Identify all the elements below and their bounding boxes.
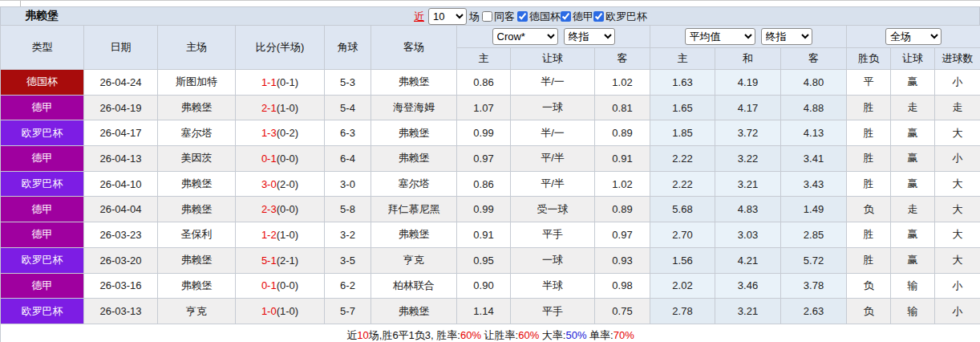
summary-segment: 场,胜6平1负3, 胜率: — [369, 329, 460, 341]
avg-draw-cell: 4.83 — [715, 197, 781, 222]
avg-draw-cell: 3.21 — [715, 171, 781, 197]
match-row: 德甲26-04-04弗赖堡2-3(0-0)5-8拜仁慕尼黑0.99受一球0.89… — [1, 197, 980, 222]
avg-home-cell: 1.63 — [650, 70, 715, 96]
odds-away-cell: 0.75 — [595, 299, 650, 324]
avg-home-cell: 2.22 — [650, 171, 715, 197]
result-cell: 平 — [847, 70, 891, 96]
away-team-cell: 亨克 — [371, 247, 457, 273]
date-cell: 26-04-17 — [84, 120, 158, 146]
away-team-cell: 柏林联合 — [371, 273, 457, 299]
avg-away-cell: 3.78 — [781, 273, 847, 299]
summary-row: 近10场,胜6平1负3, 胜率:60% 让胜率:60% 大率:50% 单率:70… — [1, 324, 980, 342]
league-checkbox[interactable] — [561, 11, 571, 22]
league-filter-label: 德甲 — [573, 10, 593, 24]
goals-result-cell: 大 — [935, 247, 980, 273]
odds-away-cell: 0.89 — [595, 197, 650, 222]
league-filters: 德国杯德甲欧罗巴杯 — [517, 10, 647, 24]
halftime-score: (0-0) — [277, 279, 298, 291]
avg-away-cell: 3.43 — [781, 171, 847, 197]
league-filter-label: 欧罗巴杯 — [605, 10, 647, 24]
summary-text: 近10场,胜6平1负3, 胜率:60% 让胜率:60% 大率:50% 单率:70… — [1, 324, 980, 342]
goals-result-cell: 大 — [935, 120, 980, 146]
scope-select-group: 全场 — [847, 26, 980, 48]
goals-result-cell: 大 — [935, 171, 980, 197]
score-cell: 1-2(1-0) — [236, 222, 325, 248]
league-filter[interactable]: 德国杯 — [517, 10, 561, 24]
same-away-filter[interactable]: 同客 — [482, 10, 515, 24]
score-cell: 0-1(0-0) — [236, 273, 325, 299]
odds-source-select[interactable]: Crow* — [492, 28, 558, 45]
league-filter[interactable]: 欧罗巴杯 — [593, 10, 647, 24]
match-row: 欧罗巴杯26-04-10弗赖堡3-0(2-0)3-0塞尔塔0.86平/半1.02… — [1, 171, 980, 197]
match-row: 德甲26-04-13美因茨0-1(0-0)6-4弗赖堡0.97平/半0.912.… — [1, 146, 980, 172]
result-cell: 胜 — [847, 247, 891, 273]
halftime-score: (0-0) — [277, 203, 298, 215]
halftime-score: (1-0) — [277, 305, 298, 317]
summary-segment: 60% — [518, 329, 539, 341]
score-cell: 0-1(0-0) — [236, 146, 325, 172]
avg-select-group: 平均值 终指 — [650, 26, 847, 48]
league-type-cell: 德甲 — [1, 95, 84, 120]
avg-home-cell: 1.85 — [650, 120, 715, 146]
odds-handicap-cell: 平手 — [511, 222, 595, 248]
match-row: 欧罗巴杯26-04-17塞尔塔1-3(0-2)6-3弗赖堡0.99半/一0.89… — [1, 120, 980, 146]
odds-away-cell: 0.89 — [595, 120, 650, 146]
fulltime-score: 1-3 — [261, 127, 277, 139]
halftime-score: (0-2) — [277, 127, 298, 139]
page: 弗赖堡 近 10 场 同客 德国杯德甲欧罗巴杯 类型 日期 主场 — [0, 0, 980, 342]
score-cell: 2-3(0-0) — [236, 197, 325, 222]
handicap-result-cell: 赢 — [891, 70, 935, 96]
home-team-cell: 弗赖堡 — [158, 273, 236, 299]
fulltime-score: 1-2 — [261, 229, 277, 241]
odds-away-cell: 0.98 — [595, 273, 650, 299]
odds-away-cell: 0.91 — [595, 146, 650, 172]
home-team-cell: 弗赖堡 — [158, 247, 236, 273]
odds-away-cell: 0.97 — [595, 222, 650, 248]
odds-home-cell: 1.14 — [457, 299, 511, 324]
col-header-odds-home: 主 — [457, 48, 511, 70]
halftime-score: (2-1) — [277, 254, 298, 267]
home-team-cell: 弗赖堡 — [158, 197, 236, 222]
date-cell: 26-03-20 — [84, 247, 158, 273]
avg-source-select[interactable]: 平均值 — [685, 28, 755, 45]
col-header-avg-away: 客 — [781, 48, 847, 70]
away-team-cell: 弗赖堡 — [371, 222, 457, 248]
date-cell: 26-04-04 — [84, 197, 158, 222]
odds-handicap-cell: 半球 — [511, 273, 595, 299]
match-row: 德甲26-03-23圣保利1-2(1-0)3-2弗赖堡0.91平手0.972.7… — [1, 222, 980, 248]
league-checkbox[interactable] — [593, 11, 604, 22]
summary-segment: 70% — [614, 329, 634, 341]
col-header-odds-away: 客 — [595, 48, 650, 70]
scope-select[interactable]: 全场 — [885, 28, 942, 45]
odds-stage-select-left[interactable]: 终指 — [564, 28, 615, 45]
fulltime-score: 3-0 — [261, 178, 277, 190]
handicap-result-cell: 赢 — [891, 146, 935, 172]
avg-draw-cell: 3.03 — [715, 222, 781, 248]
league-filter[interactable]: 德甲 — [561, 10, 593, 24]
halftime-score: (1-0) — [277, 229, 298, 241]
avg-draw-cell: 4.21 — [715, 247, 781, 273]
summary-segment: 50% — [565, 329, 586, 341]
recent-count-select[interactable]: 10 — [428, 8, 467, 25]
odds-stage-select-right[interactable]: 终指 — [761, 28, 812, 45]
avg-home-cell: 2.22 — [650, 146, 715, 172]
result-cell: 胜 — [847, 171, 891, 197]
avg-away-cell: 3.41 — [781, 146, 847, 172]
corners-cell: 3-2 — [325, 222, 371, 248]
league-checkbox[interactable] — [517, 11, 528, 22]
col-header-goals-result: 进球数 — [935, 48, 980, 70]
league-type-cell: 欧罗巴杯 — [1, 299, 84, 324]
match-row: 欧罗巴杯26-03-13亨克1-0(1-0)5-7弗赖堡1.14平手0.752.… — [1, 299, 980, 324]
same-away-checkbox[interactable] — [482, 11, 492, 22]
summary-segment: 60% — [460, 329, 481, 341]
corners-cell: 3-0 — [325, 171, 371, 197]
away-team-cell: 弗赖堡 — [371, 146, 457, 172]
score-cell: 1-1(0-1) — [236, 70, 325, 96]
odds-handicap-cell: 平/半 — [511, 171, 595, 197]
home-team-cell: 亨克 — [158, 299, 236, 324]
corners-cell: 6-4 — [325, 146, 371, 172]
summary-segment: 大率: — [539, 329, 565, 341]
avg-home-cell: 1.65 — [650, 95, 715, 120]
handicap-result-cell: 赢 — [891, 247, 935, 273]
recent-link[interactable]: 近 — [414, 10, 424, 24]
